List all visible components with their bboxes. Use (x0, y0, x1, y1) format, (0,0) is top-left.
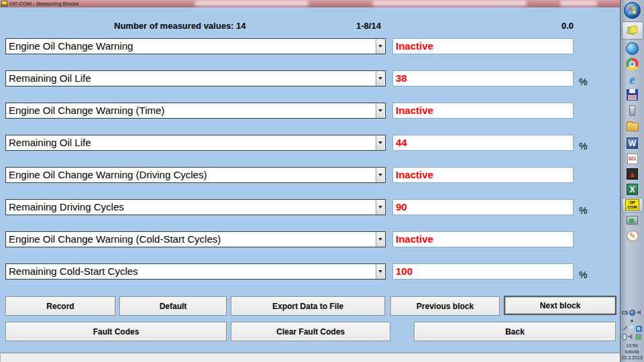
network-icon[interactable] (635, 334, 641, 340)
measuring-row: Engine Oil Change Warning (Time) Inactiv… (5, 103, 617, 119)
pen-tray-icon[interactable] (623, 326, 628, 331)
taskbar-clock[interactable]: 10:59 sobota 23.3.2013 (621, 343, 642, 361)
value-field: Inactive (392, 167, 574, 183)
taskbar-item-phone[interactable] (621, 103, 644, 118)
dropdown-button[interactable] (376, 232, 384, 247)
show-hidden-icons-arrow[interactable]: ▴ (631, 318, 633, 323)
record-button[interactable]: Record (5, 296, 115, 316)
clear-fault-codes-button[interactable]: Clear Fault Codes (231, 322, 390, 341)
default-button[interactable]: Default (119, 296, 227, 316)
chevron-down-icon (378, 45, 382, 48)
taskbar-item-chrome[interactable] (621, 56, 644, 72)
chevron-down-icon (378, 206, 382, 208)
block-page-indicator: 1-8/14 (356, 21, 381, 31)
taskbar-item-excel[interactable]: X (621, 182, 644, 197)
measuring-row: Remaining Cold-Start Cycles 100 % (5, 263, 617, 280)
measuring-row: Remaining Oil Life 38 % (5, 70, 617, 86)
value-field: 44 (392, 135, 574, 151)
fault-codes-button[interactable]: Fault Codes (5, 322, 227, 341)
measuring-row: Engine Oil Change Warning Inactive (5, 38, 617, 54)
chevron-down-icon (378, 270, 382, 273)
taskbar-item-internet-explorer[interactable]: e (621, 72, 644, 87)
taskbar-item-active-app[interactable] (621, 20, 644, 41)
back-button[interactable]: Back (414, 322, 616, 341)
opcom-text-top: OP (629, 200, 635, 205)
dropdown-button[interactable] (376, 71, 384, 86)
taskbar-item-thunderbird[interactable] (621, 41, 644, 56)
taskbar-item-opcom[interactable]: OP COM (621, 197, 644, 213)
measuring-row: Engine Oil Change Warning (Cold-Start Cy… (5, 231, 617, 247)
unit-label: % (579, 269, 587, 280)
windows-orb-icon (624, 2, 641, 19)
channel-select[interactable]: Engine Oil Change Warning (Driving Cycle… (5, 167, 386, 183)
tray-app-icon[interactable] (629, 310, 635, 316)
dropdown-button[interactable] (376, 168, 384, 182)
chevron-down-icon (378, 109, 382, 112)
bluetooth-icon[interactable]: B (636, 326, 642, 332)
screen: { "window": { "title": "OP-COM - Measuri… (0, 0, 644, 362)
remote-pc-icon (627, 216, 638, 225)
redacted-text-blur (372, 1, 527, 6)
channel-select[interactable]: Remaining Oil Life (5, 135, 386, 151)
taskbar: e W 321 ▲ X OP COM ✎ CS ▴ B (620, 0, 644, 362)
phone-tray-icon[interactable] (623, 334, 627, 340)
channel-select[interactable]: Remaining Cold-Start Cycles (5, 263, 386, 280)
folder-icon (627, 123, 639, 131)
taskbar-item-remote-pc[interactable] (621, 213, 644, 228)
start-button[interactable] (621, 0, 644, 20)
redacted-text-blur (195, 1, 309, 6)
system-tray: CS ▴ B 10:59 sobota 23.3.2013 (620, 308, 644, 361)
opcom-window-icon (1, 1, 7, 7)
warning-app-icon: ▲ (627, 168, 638, 180)
measuring-row: Remaining Oil Life 44 % (5, 135, 617, 151)
dropdown-button[interactable] (376, 135, 384, 150)
sticky-note-icon (627, 26, 638, 36)
opcom-app-icon: OP COM (625, 199, 639, 210)
action-center-flag-icon[interactable] (629, 326, 635, 332)
opcom-text-bottom: COM (628, 205, 637, 210)
taskbar-item-calculator[interactable]: 321 (621, 151, 644, 166)
mobile-phone-icon (629, 105, 635, 116)
thunderbird-icon (626, 42, 639, 55)
paint-icon: ✎ (627, 231, 639, 241)
channel-select[interactable]: Remaining Driving Cycles (5, 199, 386, 215)
opcom-measuring-blocks-panel: Number of measured values: 14 1-8/14 0.0… (0, 7, 620, 353)
next-block-button[interactable]: Next block (504, 296, 616, 315)
value-field: Inactive (392, 38, 574, 54)
dropdown-button[interactable] (376, 103, 384, 118)
taskbar-item-warning-app[interactable]: ▲ (621, 166, 644, 182)
clock-weekday: sobota (621, 349, 642, 355)
taskbar-item-paint[interactable]: ✎ (621, 228, 644, 243)
taskbar-item-word[interactable]: W (621, 135, 644, 151)
measuring-row: Remaining Driving Cycles 90 % (5, 199, 617, 215)
excel-icon: X (627, 184, 638, 195)
unit-label: % (579, 76, 587, 87)
channel-select[interactable]: Engine Oil Change Warning (Time) (5, 103, 386, 119)
previous-block-button[interactable]: Previous block (390, 296, 500, 316)
value-field: 90 (392, 199, 574, 215)
measuring-row: Engine Oil Change Warning (Driving Cycle… (5, 167, 617, 183)
window-titlebar[interactable]: OP-COM - Measuring Blocks (0, 0, 620, 7)
dropdown-button[interactable] (376, 200, 384, 215)
channel-select[interactable]: Engine Oil Change Warning (5, 38, 386, 54)
chevron-down-icon (378, 77, 382, 80)
clock-date: 23.3.2013 (621, 355, 642, 361)
chrome-icon (626, 58, 639, 70)
dropdown-button[interactable] (376, 39, 384, 54)
floppy-save-icon (627, 89, 638, 101)
chevron-down-icon (378, 141, 382, 144)
value-field: 38 (392, 70, 574, 86)
aux-value: 0.0 (561, 21, 574, 31)
taskbar-item-folder[interactable] (621, 118, 644, 135)
export-data-button[interactable]: Export Data to File (231, 296, 385, 316)
volume-icon[interactable] (637, 310, 642, 315)
language-indicator[interactable]: CS (622, 310, 629, 315)
channel-select[interactable]: Remaining Oil Life (5, 70, 386, 86)
taskbar-item-save[interactable] (621, 87, 644, 103)
background-window-edge (0, 353, 620, 362)
measuring-header: Number of measured values: 14 1-8/14 0.0 (0, 21, 620, 33)
channel-select[interactable]: Engine Oil Change Warning (Cold-Start Cy… (5, 231, 386, 247)
dropdown-button[interactable] (376, 264, 384, 279)
muted-volume-icon[interactable] (628, 334, 634, 340)
unit-label: % (579, 141, 587, 152)
